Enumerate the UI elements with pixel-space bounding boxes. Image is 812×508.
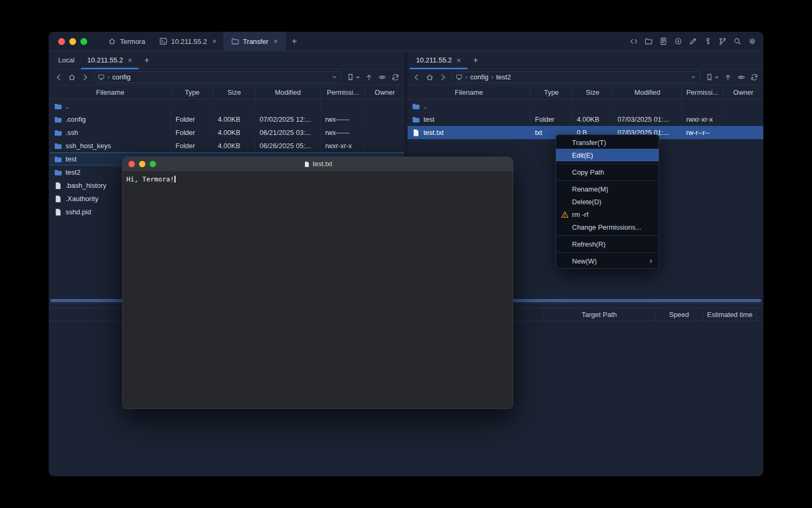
record-icon[interactable] [674, 37, 682, 46]
preview-icon[interactable] [378, 73, 386, 81]
column-header-owner[interactable]: Owner [723, 85, 763, 99]
bookmark-button[interactable] [346, 73, 360, 81]
new-tab-button[interactable]: + [285, 32, 303, 51]
pencil-icon[interactable] [689, 37, 697, 46]
left-panel-tab-bar: Local 10.211.55.2 × + [50, 51, 404, 69]
close-tab-icon[interactable]: × [128, 57, 132, 64]
panel-tab-host[interactable]: 10.211.55.2 × [410, 51, 467, 69]
file-row-parent-directory[interactable]: .. [50, 99, 404, 113]
context-menu-item-transfer-t[interactable]: Transfer(T) [556, 136, 659, 149]
back-icon[interactable] [54, 73, 63, 81]
column-header-modified[interactable]: Modified [255, 85, 321, 99]
file-row-parent-directory[interactable]: .. [408, 99, 763, 113]
column-header-type[interactable]: Type [531, 85, 573, 99]
column-header-size[interactable]: Size [573, 85, 613, 99]
panel-tab-host[interactable]: 10.211.55.2 × [81, 51, 139, 69]
file-cell: 07/03/2025 01:... [613, 113, 682, 126]
file-cell: 07/02/2025 12:... [255, 113, 321, 126]
breadcrumb-segment-config[interactable]: config [470, 73, 488, 81]
context-menu-item-copy-path[interactable]: Copy Path [556, 166, 659, 178]
folder-icon[interactable] [644, 37, 653, 46]
context-menu-item-edit-e[interactable]: Edit(E) [556, 149, 659, 161]
context-menu: Transfer(T)Edit(E)Copy PathRename(M)Dele… [556, 134, 659, 269]
file-cell: rwxr-xr-x [321, 139, 365, 152]
code-icon[interactable] [630, 37, 638, 46]
file-row-config[interactable]: .configFolder4.00KB07/02/2025 12:...rwx-… [50, 113, 404, 126]
column-header-permissi[interactable]: Permissi... [682, 85, 723, 99]
forward-icon[interactable] [439, 73, 447, 81]
forward-icon[interactable] [81, 73, 89, 81]
column-header-type[interactable]: Type [171, 85, 214, 99]
home-icon[interactable] [68, 73, 76, 81]
preview-icon[interactable] [737, 73, 745, 81]
file-row-test[interactable]: testFolder4.00KB07/03/2025 01:...rwxr-xr… [408, 113, 763, 126]
path-bar[interactable]: ›config [94, 71, 342, 83]
file-name: .config [50, 113, 171, 126]
minimize-window-button[interactable] [69, 38, 76, 45]
file-row-ssh-host-keys[interactable]: ssh_host_keysFolder4.00KB06/26/2025 05:.… [50, 139, 404, 152]
breadcrumb-segment-test2[interactable]: test2 [496, 73, 511, 81]
column-header-target-path[interactable]: Target Path [543, 308, 656, 321]
path-bar[interactable]: ›config›test2 [452, 71, 700, 83]
column-header-permissi[interactable]: Permissi... [321, 85, 365, 99]
breadcrumb: ›config [107, 73, 131, 81]
context-menu-item-new-w[interactable]: New(W) [556, 255, 659, 267]
file-name: test [408, 113, 531, 126]
caret-down-icon [356, 75, 360, 79]
breadcrumb-separator: › [491, 73, 493, 81]
file-row-ssh[interactable]: .sshFolder4.00KB06/21/2025 03:...rwx----… [50, 126, 404, 139]
breadcrumb-separator: › [465, 73, 467, 81]
file-cell [365, 113, 404, 126]
chevron-down-icon[interactable] [690, 74, 697, 80]
panel-tab-local[interactable]: Local [52, 51, 81, 69]
editor-window-controls [123, 161, 156, 167]
tab-transfer[interactable]: Transfer × [224, 32, 285, 51]
editor-titlebar[interactable]: test.txt [123, 157, 513, 171]
close-tab-icon[interactable]: × [457, 57, 461, 64]
chevron-down-icon[interactable] [331, 74, 338, 80]
column-header-filename[interactable]: Filename [408, 85, 531, 99]
settings-icon[interactable] [748, 37, 756, 46]
context-menu-item-delete-d[interactable]: Delete(D) [556, 195, 659, 208]
key-icon[interactable] [704, 37, 712, 46]
column-header-estimated-time[interactable]: Estimated time [703, 308, 757, 321]
zoom-window-button[interactable] [150, 161, 156, 167]
column-header-modified[interactable]: Modified [613, 85, 682, 99]
git-branch-icon[interactable] [718, 37, 727, 46]
panel-new-tab-button[interactable]: + [139, 51, 155, 69]
home-icon[interactable] [426, 73, 434, 81]
editor-content[interactable]: Hi, Termora! [123, 171, 513, 187]
close-window-button[interactable] [128, 161, 135, 167]
context-menu-item-rename-m[interactable]: Rename(M) [556, 183, 659, 195]
column-header-spacer [757, 308, 763, 321]
tab-termora[interactable]: Termora [101, 32, 152, 51]
context-menu-item-rm-rf[interactable]: rm -rf [556, 208, 659, 221]
panel-new-tab-button[interactable]: + [467, 51, 484, 69]
search-icon[interactable] [733, 37, 742, 46]
computer-icon [456, 74, 463, 80]
minimize-window-button[interactable] [139, 161, 145, 167]
refresh-icon[interactable] [750, 73, 759, 81]
refresh-icon[interactable] [391, 73, 400, 81]
column-header-speed[interactable]: Speed [656, 308, 703, 321]
column-header-filename[interactable]: Filename [50, 85, 171, 99]
parent-up-icon[interactable] [724, 73, 732, 81]
bookmark-button[interactable] [705, 73, 719, 81]
file-cell [321, 99, 365, 113]
close-tab-icon[interactable]: × [212, 38, 216, 45]
tab-host-session[interactable]: 10.211.55.2 × [152, 32, 224, 51]
file-cell: Folder [171, 126, 214, 139]
breadcrumb-segment-config[interactable]: config [112, 73, 131, 81]
column-header-owner[interactable]: Owner [365, 85, 404, 99]
column-header-size[interactable]: Size [214, 85, 255, 99]
back-icon[interactable] [412, 73, 421, 81]
parent-up-icon[interactable] [365, 73, 373, 81]
context-menu-item-change-permissions[interactable]: Change Permissions... [556, 221, 659, 233]
zoom-window-button[interactable] [80, 38, 87, 45]
close-window-button[interactable] [58, 38, 65, 45]
checklist-icon[interactable] [659, 37, 668, 46]
close-tab-icon[interactable]: × [274, 38, 278, 45]
context-menu-item-refresh-r[interactable]: Refresh(R) [556, 238, 659, 250]
file-name: .. [408, 99, 531, 113]
file-cell: 4.00KB [573, 113, 613, 126]
